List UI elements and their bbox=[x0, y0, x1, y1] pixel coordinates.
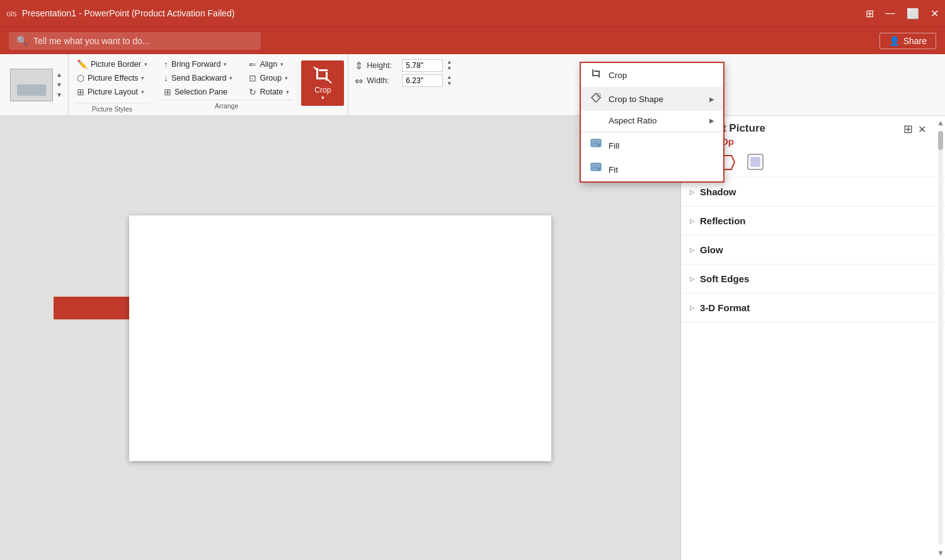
picture-effects-button[interactable]: ⬡ Picture Effects ▾ bbox=[74, 72, 151, 84]
fill-item[interactable]: Fill bbox=[581, 134, 723, 157]
slide-canvas bbox=[129, 215, 551, 461]
width-field: ⇔ Width: ▲ ▼ bbox=[355, 74, 452, 87]
crop-to-shape-item[interactable]: Crop to Shape ▶ bbox=[581, 87, 723, 111]
thumb-arrow-up[interactable]: ▲ bbox=[55, 71, 63, 79]
rotate-caret: ▾ bbox=[286, 89, 289, 95]
crop-item-icon bbox=[590, 68, 602, 82]
soft-edges-section[interactable]: ▷ Soft Edges bbox=[681, 265, 945, 294]
title-bar-left: ols Presentation1 - PowerPoint (Product … bbox=[6, 8, 234, 18]
crop-button[interactable]: Crop ▾ bbox=[301, 60, 344, 106]
reflection-section[interactable]: ▷ Reflection bbox=[681, 207, 945, 236]
height-spin-up[interactable]: ▲ bbox=[447, 59, 452, 66]
selection-pane-label: Selection Pane bbox=[175, 88, 227, 96]
width-icon: ⇔ bbox=[355, 75, 363, 87]
crop-to-shape-label: Crop to Shape bbox=[609, 94, 703, 104]
soft-edges-triangle: ▷ bbox=[690, 275, 695, 282]
picture-border-button[interactable]: ✏️ Picture Border ▾ bbox=[74, 58, 151, 71]
search-placeholder: Tell me what you want to do... bbox=[33, 36, 149, 46]
width-spinner[interactable]: ▲ ▼ bbox=[447, 74, 452, 86]
window-controls[interactable]: ⊞ — ⬜ ✕ bbox=[866, 8, 939, 20]
search-bar: 🔍 Tell me what you want to do... 👤 Share bbox=[0, 26, 945, 54]
crop-item[interactable]: Crop bbox=[581, 63, 723, 87]
height-field: ⇕ Height: ▲ ▼ bbox=[355, 59, 452, 72]
aspect-ratio-item[interactable]: Aspect Ratio ▶ bbox=[581, 111, 723, 130]
bring-forward-button[interactable]: ↑ Bring Forward ▾ bbox=[161, 58, 236, 71]
scrollbar-up-button[interactable]: ▲ bbox=[934, 116, 945, 130]
scrollbar-thumb[interactable] bbox=[938, 131, 943, 150]
dropdown-separator bbox=[581, 132, 723, 132]
thumbnail-preview bbox=[10, 69, 53, 101]
picture-layout-label: Picture Layout bbox=[88, 88, 138, 96]
width-spin-down[interactable]: ▼ bbox=[447, 81, 452, 87]
scrollbar-down-button[interactable]: ▼ bbox=[934, 546, 945, 560]
picture-effects-icon: ⬡ bbox=[77, 73, 84, 83]
align-caret: ▾ bbox=[280, 61, 284, 67]
glow-title: Glow bbox=[700, 244, 723, 255]
picture-group: ✏️ Picture Border ▾ ⬡ Picture Effects ▾ … bbox=[69, 54, 156, 115]
group-caret: ▾ bbox=[285, 75, 288, 81]
canvas-area: Format Picture Shape Op ⊞ ✕ bbox=[0, 116, 945, 560]
send-backward-caret: ▾ bbox=[229, 75, 232, 81]
crop-to-shape-caret: ▶ bbox=[709, 96, 714, 103]
bring-forward-caret: ▾ bbox=[224, 61, 227, 67]
picture-layout-button[interactable]: ⊞ Picture Layout ▾ bbox=[74, 86, 151, 98]
reflection-section-header: ▷ Reflection bbox=[690, 215, 936, 226]
shadow-triangle: ▷ bbox=[690, 188, 695, 195]
thumb-arrow-down[interactable]: ▼ bbox=[55, 81, 63, 89]
group-button[interactable]: ⊡ Group ▾ bbox=[246, 72, 292, 84]
fit-item[interactable]: Fit bbox=[581, 157, 723, 181]
maximize-button[interactable]: ⬜ bbox=[907, 8, 919, 20]
picture-layout-caret: ▾ bbox=[141, 89, 144, 95]
glow-section[interactable]: ▷ Glow bbox=[681, 236, 945, 265]
3d-format-section-header: ▷ 3-D Format bbox=[690, 302, 936, 313]
picture-group-label: Picture Styles bbox=[74, 103, 151, 115]
share-icon: 👤 bbox=[889, 36, 900, 46]
aspect-ratio-label: Aspect Ratio bbox=[609, 116, 703, 125]
aspect-ratio-caret: ▶ bbox=[709, 117, 714, 124]
thumb-arrow-extra[interactable]: ▼ bbox=[55, 91, 63, 100]
effect-shape-icon[interactable] bbox=[745, 152, 765, 172]
glow-section-header: ▷ Glow bbox=[690, 244, 936, 255]
bring-forward-icon: ↑ bbox=[164, 59, 168, 69]
arrange-col-right: ⇐ Align ▾ ⊡ Group ▾ ↻ Rotate ▾ bbox=[246, 58, 292, 98]
3d-format-triangle: ▷ bbox=[690, 304, 695, 311]
height-icon: ⇕ bbox=[355, 60, 363, 72]
slide-panel bbox=[0, 116, 680, 560]
height-spin-down[interactable]: ▼ bbox=[447, 66, 452, 72]
picture-border-label: Picture Border bbox=[91, 60, 141, 69]
thumbnail-section: ▲ ▼ ▼ bbox=[5, 54, 69, 115]
thumbnail-arrows[interactable]: ▲ ▼ ▼ bbox=[55, 71, 63, 100]
crop-section: Crop ▾ bbox=[297, 54, 348, 115]
height-label: Height: bbox=[367, 61, 398, 70]
selection-pane-button[interactable]: ⊞ Selection Pane bbox=[161, 86, 236, 98]
send-backward-button[interactable]: ↓ Send Backward ▾ bbox=[161, 72, 236, 84]
bring-forward-label: Bring Forward bbox=[171, 60, 221, 69]
share-button[interactable]: 👤 Share bbox=[879, 33, 936, 49]
panel-close-icon[interactable]: ✕ bbox=[918, 123, 926, 135]
panel-header-controls[interactable]: ⊞ ✕ bbox=[903, 122, 926, 136]
height-spinner[interactable]: ▲ ▼ bbox=[447, 59, 452, 71]
window-title: Presentation1 - PowerPoint (Product Acti… bbox=[22, 8, 235, 18]
reflection-triangle: ▷ bbox=[690, 217, 695, 224]
panel-expand-icon[interactable]: ⊞ bbox=[903, 122, 913, 136]
search-input-area[interactable]: 🔍 Tell me what you want to do... bbox=[9, 32, 261, 50]
selection-pane-icon: ⊞ bbox=[164, 87, 171, 97]
window-icon[interactable]: ⊞ bbox=[866, 8, 874, 20]
arrange-cols: ↑ Bring Forward ▾ ↓ Send Backward ▾ ⊞ Se… bbox=[161, 58, 292, 98]
rotate-label: Rotate bbox=[260, 88, 283, 96]
minimize-button[interactable]: — bbox=[885, 8, 895, 19]
svg-rect-13 bbox=[594, 71, 600, 72]
reflection-title: Reflection bbox=[700, 215, 746, 226]
align-button[interactable]: ⇐ Align ▾ bbox=[246, 58, 292, 71]
close-button[interactable]: ✕ bbox=[931, 8, 939, 20]
align-label: Align bbox=[260, 60, 277, 69]
3d-format-title: 3-D Format bbox=[700, 302, 750, 313]
rotate-button[interactable]: ↻ Rotate ▾ bbox=[246, 86, 292, 98]
crop-dropdown-caret: ▾ bbox=[321, 94, 324, 101]
3d-format-section[interactable]: ▷ 3-D Format bbox=[681, 294, 945, 323]
width-spin-up[interactable]: ▲ bbox=[447, 74, 452, 81]
width-input[interactable] bbox=[402, 74, 443, 87]
fit-item-label: Fit bbox=[609, 165, 714, 174]
height-input[interactable] bbox=[402, 59, 443, 72]
fit-item-icon bbox=[590, 163, 602, 176]
